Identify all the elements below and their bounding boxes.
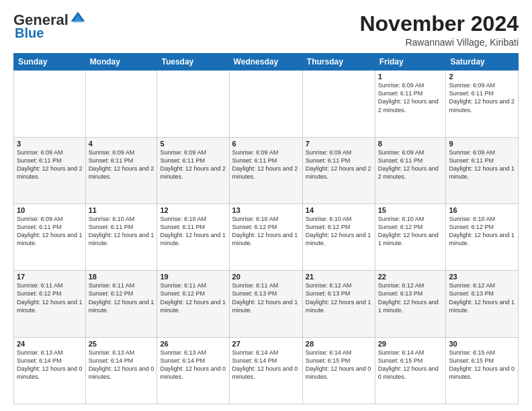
week-row-2: 3Sunrise: 6:09 AMSunset: 6:11 PMDaylight… <box>14 137 519 203</box>
day-info: Sunrise: 6:13 AMSunset: 6:14 PMDaylight:… <box>89 349 154 380</box>
day-number: 2 <box>449 73 515 81</box>
header: General Blue November 2024 Rawannawi Vil… <box>13 12 519 48</box>
day-cell: 6Sunrise: 6:09 AMSunset: 6:11 PMDaylight… <box>229 137 302 203</box>
day-number: 3 <box>17 140 83 148</box>
day-number: 12 <box>160 206 226 214</box>
day-number: 16 <box>449 206 515 214</box>
day-number: 9 <box>449 140 515 148</box>
day-info: Sunrise: 6:09 AMSunset: 6:11 PMDaylight:… <box>160 149 226 180</box>
day-number: 13 <box>232 206 300 214</box>
day-cell: 25Sunrise: 6:13 AMSunset: 6:14 PMDayligh… <box>85 337 157 404</box>
day-info: Sunrise: 6:10 AMSunset: 6:11 PMDaylight:… <box>89 216 154 246</box>
day-header-wednesday: Wednesday <box>229 54 302 71</box>
day-info: Sunrise: 6:09 AMSunset: 6:11 PMDaylight:… <box>17 149 83 180</box>
day-cell: 1Sunrise: 6:09 AMSunset: 6:11 PMDaylight… <box>375 71 446 137</box>
day-number: 17 <box>17 273 83 281</box>
day-header-sunday: Sunday <box>14 54 86 71</box>
page: General Blue November 2024 Rawannawi Vil… <box>0 0 532 411</box>
week-row-3: 10Sunrise: 6:09 AMSunset: 6:11 PMDayligh… <box>14 203 519 270</box>
day-info: Sunrise: 6:09 AMSunset: 6:11 PMDaylight:… <box>232 149 298 180</box>
day-number: 30 <box>449 340 515 348</box>
day-cell: 8Sunrise: 6:09 AMSunset: 6:11 PMDaylight… <box>375 137 446 203</box>
day-cell: 21Sunrise: 6:12 AMSunset: 6:13 PMDayligh… <box>302 271 375 337</box>
day-number: 25 <box>89 340 154 348</box>
day-cell: 4Sunrise: 6:09 AMSunset: 6:11 PMDaylight… <box>85 137 157 203</box>
location-subtitle: Rawannawi Village, Kiribati <box>359 37 519 48</box>
day-info: Sunrise: 6:11 AMSunset: 6:12 PMDaylight:… <box>160 282 226 313</box>
logo: General Blue <box>13 12 86 41</box>
day-number: 21 <box>306 273 372 281</box>
day-cell: 12Sunrise: 6:10 AMSunset: 6:11 PMDayligh… <box>157 203 229 270</box>
day-number: 20 <box>232 273 300 281</box>
day-number: 27 <box>232 340 300 348</box>
day-info: Sunrise: 6:09 AMSunset: 6:11 PMDaylight:… <box>449 149 515 180</box>
day-cell <box>229 71 302 137</box>
day-cell: 20Sunrise: 6:11 AMSunset: 6:13 PMDayligh… <box>229 271 302 337</box>
day-number: 6 <box>232 140 300 148</box>
day-cell: 7Sunrise: 6:09 AMSunset: 6:11 PMDaylight… <box>302 137 375 203</box>
day-number: 24 <box>17 340 83 348</box>
logo-icon <box>70 11 86 27</box>
day-info: Sunrise: 6:09 AMSunset: 6:11 PMDaylight:… <box>378 149 439 180</box>
day-cell: 28Sunrise: 6:14 AMSunset: 6:15 PMDayligh… <box>302 337 375 404</box>
day-info: Sunrise: 6:09 AMSunset: 6:11 PMDaylight:… <box>17 216 83 246</box>
day-header-saturday: Saturday <box>446 54 519 71</box>
day-info: Sunrise: 6:09 AMSunset: 6:11 PMDaylight:… <box>306 149 371 180</box>
day-cell: 23Sunrise: 6:12 AMSunset: 6:13 PMDayligh… <box>446 271 519 337</box>
day-info: Sunrise: 6:09 AMSunset: 6:11 PMDaylight:… <box>449 82 515 113</box>
day-number: 22 <box>378 273 443 281</box>
day-header-monday: Monday <box>85 54 157 71</box>
day-info: Sunrise: 6:10 AMSunset: 6:12 PMDaylight:… <box>449 216 515 246</box>
day-info: Sunrise: 6:12 AMSunset: 6:13 PMDaylight:… <box>449 282 515 313</box>
day-info: Sunrise: 6:11 AMSunset: 6:12 PMDaylight:… <box>17 282 83 313</box>
day-cell: 3Sunrise: 6:09 AMSunset: 6:11 PMDaylight… <box>14 137 86 203</box>
day-header-thursday: Thursday <box>302 54 375 71</box>
week-row-5: 24Sunrise: 6:13 AMSunset: 6:14 PMDayligh… <box>14 337 519 404</box>
week-row-4: 17Sunrise: 6:11 AMSunset: 6:12 PMDayligh… <box>14 271 519 337</box>
day-number: 8 <box>378 140 443 148</box>
day-info: Sunrise: 6:14 AMSunset: 6:15 PMDaylight:… <box>306 349 371 380</box>
day-number: 11 <box>89 206 154 214</box>
day-info: Sunrise: 6:15 AMSunset: 6:15 PMDaylight:… <box>449 349 515 380</box>
day-cell: 13Sunrise: 6:10 AMSunset: 6:12 PMDayligh… <box>229 203 302 270</box>
day-cell: 17Sunrise: 6:11 AMSunset: 6:12 PMDayligh… <box>14 271 86 337</box>
day-number: 4 <box>89 140 154 148</box>
day-cell: 18Sunrise: 6:11 AMSunset: 6:12 PMDayligh… <box>85 271 157 337</box>
week-row-1: 1Sunrise: 6:09 AMSunset: 6:11 PMDaylight… <box>14 71 519 137</box>
day-info: Sunrise: 6:12 AMSunset: 6:13 PMDaylight:… <box>306 282 371 313</box>
day-info: Sunrise: 6:09 AMSunset: 6:11 PMDaylight:… <box>378 82 439 113</box>
day-cell: 5Sunrise: 6:09 AMSunset: 6:11 PMDaylight… <box>157 137 229 203</box>
day-info: Sunrise: 6:12 AMSunset: 6:13 PMDaylight:… <box>378 282 439 313</box>
day-number: 10 <box>17 206 83 214</box>
day-info: Sunrise: 6:14 AMSunset: 6:15 PMDaylight:… <box>378 349 439 380</box>
day-header-tuesday: Tuesday <box>157 54 229 71</box>
day-cell: 29Sunrise: 6:14 AMSunset: 6:15 PMDayligh… <box>375 337 446 404</box>
day-info: Sunrise: 6:10 AMSunset: 6:12 PMDaylight:… <box>306 216 371 246</box>
day-cell: 10Sunrise: 6:09 AMSunset: 6:11 PMDayligh… <box>14 203 86 270</box>
day-info: Sunrise: 6:13 AMSunset: 6:14 PMDaylight:… <box>160 349 226 380</box>
day-number: 5 <box>160 140 226 148</box>
day-info: Sunrise: 6:09 AMSunset: 6:11 PMDaylight:… <box>89 149 154 180</box>
day-info: Sunrise: 6:13 AMSunset: 6:14 PMDaylight:… <box>17 349 83 380</box>
day-cell: 19Sunrise: 6:11 AMSunset: 6:12 PMDayligh… <box>157 271 229 337</box>
day-number: 19 <box>160 273 226 281</box>
day-cell <box>85 71 157 137</box>
day-cell: 14Sunrise: 6:10 AMSunset: 6:12 PMDayligh… <box>302 203 375 270</box>
calendar-table: SundayMondayTuesdayWednesdayThursdayFrid… <box>13 53 519 404</box>
day-number: 29 <box>378 340 443 348</box>
day-number: 15 <box>378 206 443 214</box>
day-info: Sunrise: 6:11 AMSunset: 6:13 PMDaylight:… <box>232 282 298 313</box>
day-cell <box>14 71 86 137</box>
day-cell <box>302 71 375 137</box>
day-info: Sunrise: 6:11 AMSunset: 6:12 PMDaylight:… <box>89 282 154 313</box>
month-title: November 2024 <box>359 12 519 36</box>
day-cell: 24Sunrise: 6:13 AMSunset: 6:14 PMDayligh… <box>14 337 86 404</box>
day-number: 7 <box>306 140 372 148</box>
day-header-friday: Friday <box>375 54 446 71</box>
day-cell: 16Sunrise: 6:10 AMSunset: 6:12 PMDayligh… <box>446 203 519 270</box>
day-number: 23 <box>449 273 515 281</box>
day-number: 28 <box>306 340 372 348</box>
day-cell: 26Sunrise: 6:13 AMSunset: 6:14 PMDayligh… <box>157 337 229 404</box>
day-cell: 30Sunrise: 6:15 AMSunset: 6:15 PMDayligh… <box>446 337 519 404</box>
day-info: Sunrise: 6:10 AMSunset: 6:11 PMDaylight:… <box>160 216 226 246</box>
